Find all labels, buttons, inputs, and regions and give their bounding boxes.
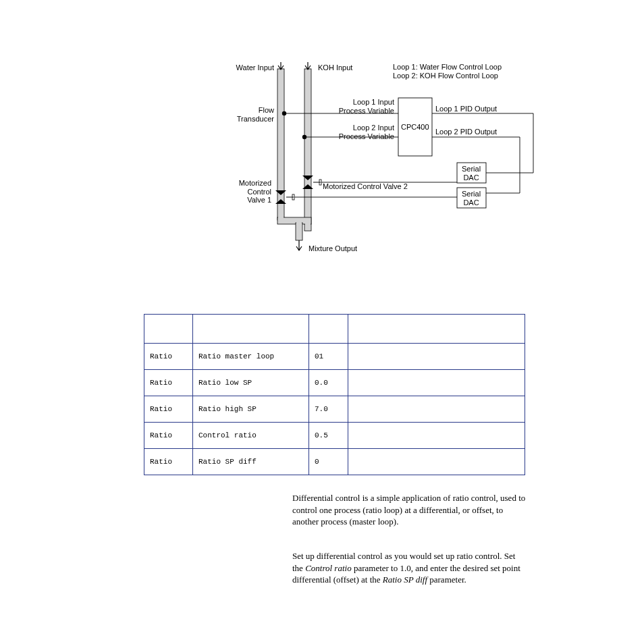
cell-note [348,370,525,396]
para2-italic-1: Control ratio [305,563,352,573]
svg-point-7 [282,111,286,115]
cell-value: 0.0 [309,370,348,396]
label-loop1-input: Loop 1 InputProcess Variable [330,98,394,115]
svg-rect-6 [305,223,311,226]
cell-category: Ratio [144,370,193,396]
cell-category: Ratio [144,396,193,423]
cell-param: Ratio SP diff [193,449,309,475]
parameters-table: Ratio Ratio master loop 01 Ratio Ratio l… [144,314,525,475]
svg-rect-5 [296,222,302,225]
cell-category: Ratio [144,423,193,449]
paragraph-differential-control: Differential control is a simple applica… [292,492,526,528]
svg-rect-3 [278,217,284,221]
label-serial-dac-2: SerialDAC [462,190,481,207]
cell-category: Ratio [144,449,193,475]
label-loop1-desc: Loop 1: Water Flow Control Loop [393,63,502,72]
svg-rect-1 [304,69,311,231]
para2-segment-c: parameter. [427,574,466,585]
table-row: Ratio Ratio low SP 0.0 [144,370,525,396]
table-row: Ratio Ratio SP diff 0 [144,449,525,475]
cell-note [348,396,525,423]
para2-italic-2: Ratio SP diff [383,574,427,585]
cell-note [348,423,525,449]
cell-value: 0 [309,449,348,475]
label-koh-input: KOH Input [318,63,352,72]
label-mcv1: MotorizedControlValve 1 [231,179,271,205]
cell-param: Ratio low SP [193,370,309,396]
label-cpc400: CPC400 [401,123,429,132]
cell-category: Ratio [144,344,193,370]
cell-note [348,344,525,370]
label-loop2-desc: Loop 2: KOH Flow Control Loop [393,72,498,80]
svg-rect-4 [296,223,302,240]
cell-value: 01 [309,344,348,370]
table-row: Ratio Ratio master loop 01 [144,344,525,370]
table-row: Ratio Ratio high SP 7.0 [144,396,525,423]
cell-value: 0.5 [309,423,348,449]
label-serial-dac-1: SerialDAC [462,165,481,182]
cell-value: 7.0 [309,396,348,423]
label-flow-transducer: FlowTransducer [231,106,274,123]
cell-note [348,449,525,475]
table-row: Ratio Control ratio 0.5 [144,423,525,449]
cell-param: Control ratio [193,423,309,449]
label-mcv2: Motorized Control Valve 2 [323,182,408,191]
paragraph-setup: Set up differential control as you would… [292,550,526,586]
label-loop2-input: Loop 2 InputProcess Variable [330,124,394,140]
table-header-row [144,315,525,344]
label-mixture-output: Mixture Output [308,244,357,253]
cell-param: Ratio master loop [193,344,309,370]
label-water-input: Water Input [231,63,274,72]
cell-param: Ratio high SP [193,396,309,423]
label-loop2-output: Loop 2 PID Output [435,128,497,136]
svg-rect-0 [277,69,284,220]
svg-point-8 [302,135,306,139]
label-loop1-output: Loop 1 PID Output [435,105,497,113]
control-loop-diagram: Water Input KOH Input FlowTransducer Loo… [233,61,557,257]
